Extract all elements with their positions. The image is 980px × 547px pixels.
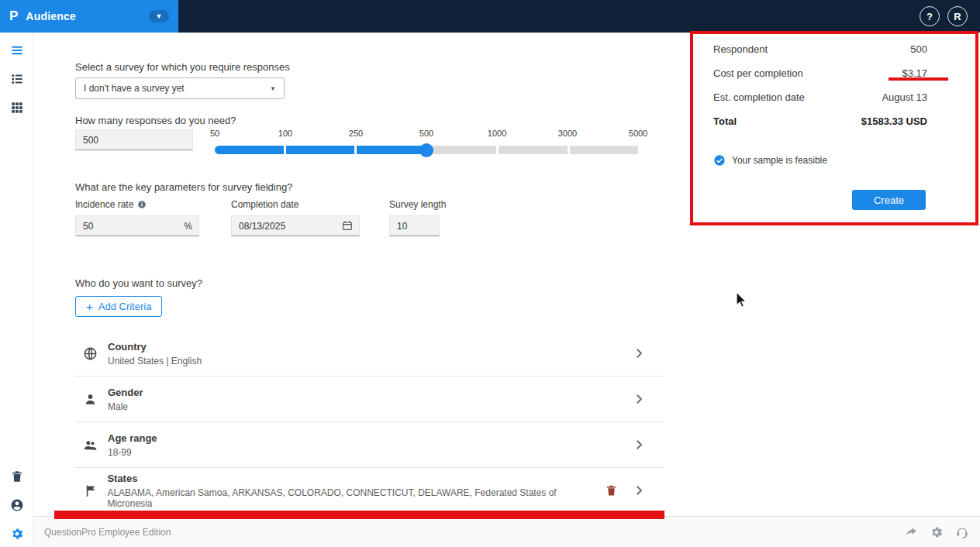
plus-icon: + xyxy=(86,301,93,312)
main-content: Select a survey for which you require re… xyxy=(34,33,675,516)
survey-select-label: Select a survey for which you require re… xyxy=(75,61,290,73)
trash-icon xyxy=(605,484,618,497)
grid-view-icon[interactable] xyxy=(10,101,24,115)
feasibility-status: Your sample is feasible xyxy=(713,154,827,167)
slider-tick-labels: 50 100 250 500 1000 3000 5000 xyxy=(215,129,638,139)
criteria-title: Gender xyxy=(108,387,143,398)
survey-length-label: Survey length xyxy=(389,199,446,210)
summary-value: August 13 xyxy=(882,91,927,103)
summary-value: $1583.33 USD xyxy=(861,115,927,127)
chevron-right-icon[interactable] xyxy=(632,392,646,406)
footer-icons xyxy=(904,525,969,539)
criteria-title: Age range xyxy=(108,432,157,444)
info-icon[interactable] xyxy=(137,200,147,209)
survey-select[interactable]: I don't have a survey yet ▼ xyxy=(75,77,285,99)
product-title: Audience xyxy=(26,10,76,22)
slider-track[interactable] xyxy=(215,146,638,154)
people-icon xyxy=(75,438,108,452)
chevron-right-icon[interactable] xyxy=(632,438,646,452)
help-button[interactable]: ? xyxy=(920,6,940,26)
criteria-title: Country xyxy=(108,341,202,353)
summary-value: $3.17 xyxy=(902,67,927,79)
avatar[interactable]: R xyxy=(947,6,968,26)
who-heading: Who do you want to survey? xyxy=(75,277,202,289)
responses-label: How many responses do you need? xyxy=(75,115,236,126)
audience-page: P Audience ▼ ? R xyxy=(0,0,980,547)
add-criteria-button[interactable]: + Add Criteria xyxy=(75,296,162,317)
length-field-wrap xyxy=(389,215,440,236)
summary-row-est-completion-date: Est. completion date August 13 xyxy=(713,85,927,109)
completion-date-input[interactable] xyxy=(231,215,360,236)
topbar-actions: ? R xyxy=(920,6,980,26)
create-button[interactable]: Create xyxy=(852,190,926,210)
product-switcher[interactable]: P Audience ▼ xyxy=(0,0,178,33)
summary-label: Cost per completion xyxy=(713,67,803,79)
survey-select-value: I don't have a survey yet xyxy=(84,83,185,94)
slider-tick: 250 xyxy=(349,129,363,138)
summary-row-respondent: Respondent 500 xyxy=(713,37,927,61)
summary-label: Respondent xyxy=(713,43,768,55)
summary-rows: Respondent 500 Cost per completion $3.17… xyxy=(690,31,978,133)
criteria-row-age-range[interactable]: Age range 18-99 xyxy=(75,422,664,468)
questionpro-logo-icon: P xyxy=(9,9,18,24)
sidebar-bottom-group xyxy=(10,470,24,541)
slider-tick: 500 xyxy=(419,129,433,138)
slider-tick: 5000 xyxy=(629,129,647,138)
slider-tick: 50 xyxy=(210,129,219,138)
chevron-right-icon[interactable] xyxy=(632,483,646,497)
incidence-field-wrap: % xyxy=(75,215,199,236)
criteria-row-country[interactable]: Country United States | English xyxy=(75,331,664,377)
footer-bar: QuestionPro Employee Edition xyxy=(34,516,980,547)
slider-tick: 100 xyxy=(278,129,292,138)
delete-criteria-button[interactable] xyxy=(605,484,618,497)
survey-length-input[interactable] xyxy=(389,215,440,236)
criteria-title: States xyxy=(107,473,595,484)
criteria-subtitle: United States | English xyxy=(108,356,202,366)
mouse-cursor xyxy=(733,291,747,309)
feasibility-text: Your sample is feasible xyxy=(732,155,827,166)
summary-row-total: Total $1583.33 USD xyxy=(713,109,927,133)
incidence-label: Incidence rate xyxy=(75,199,147,210)
criteria-list: Country United States | English Gender M… xyxy=(75,331,664,514)
responses-input[interactable] xyxy=(75,129,193,150)
menu-icon[interactable] xyxy=(10,43,24,57)
slider-tick: 3000 xyxy=(558,129,577,138)
left-sidebar xyxy=(0,33,34,547)
flag-icon xyxy=(75,483,107,498)
edition-label: QuestionPro Employee Edition xyxy=(44,527,171,538)
summary-value: 500 xyxy=(910,43,927,55)
criteria-text: Age range 18-99 xyxy=(108,432,227,458)
criteria-subtitle: 18-99 xyxy=(108,447,157,458)
trash-icon[interactable] xyxy=(10,470,24,483)
percent-suffix: % xyxy=(184,215,192,236)
summary-row-cost-per-completion: Cost per completion $3.17 xyxy=(713,61,927,85)
chevron-down-icon[interactable]: ▼ xyxy=(149,10,169,22)
account-icon[interactable] xyxy=(10,498,24,512)
params-heading: What are the key parameters for survey f… xyxy=(75,181,292,193)
person-icon xyxy=(75,392,108,407)
completion-date-label: Completion date xyxy=(231,199,298,210)
slider-handle[interactable] xyxy=(419,143,433,157)
completion-field-wrap xyxy=(231,215,360,236)
criteria-subtitle: ALABAMA, American Samoa, ARKANSAS, COLOR… xyxy=(107,487,595,509)
integrations-gear-icon[interactable] xyxy=(930,525,944,539)
slider-tick: 1000 xyxy=(488,129,506,138)
criteria-text: States ALABAMA, American Samoa, ARKANSAS… xyxy=(107,473,664,509)
cost-summary-panel: Respondent 500 Cost per completion $3.17… xyxy=(690,31,978,225)
list-view-icon[interactable] xyxy=(10,72,24,86)
top-bar: P Audience ▼ ? R xyxy=(0,0,980,33)
incidence-input[interactable] xyxy=(75,215,199,236)
settings-gear-icon[interactable] xyxy=(10,527,24,541)
sidebar-top-group xyxy=(10,43,24,115)
criteria-subtitle: Male xyxy=(108,401,143,412)
criteria-text: Gender Male xyxy=(108,387,213,412)
summary-label: Est. completion date xyxy=(713,91,805,103)
responses-slider: 50 100 250 500 1000 3000 5000 xyxy=(215,129,638,154)
chevron-right-icon[interactable] xyxy=(632,346,646,360)
share-icon[interactable] xyxy=(904,525,918,539)
criteria-row-gender[interactable]: Gender Male xyxy=(75,377,664,422)
criteria-row-states[interactable]: States ALABAMA, American Samoa, ARKANSAS… xyxy=(75,468,664,514)
support-headset-icon[interactable] xyxy=(955,525,969,539)
check-circle-icon xyxy=(713,154,726,167)
summary-label: Total xyxy=(713,115,737,127)
